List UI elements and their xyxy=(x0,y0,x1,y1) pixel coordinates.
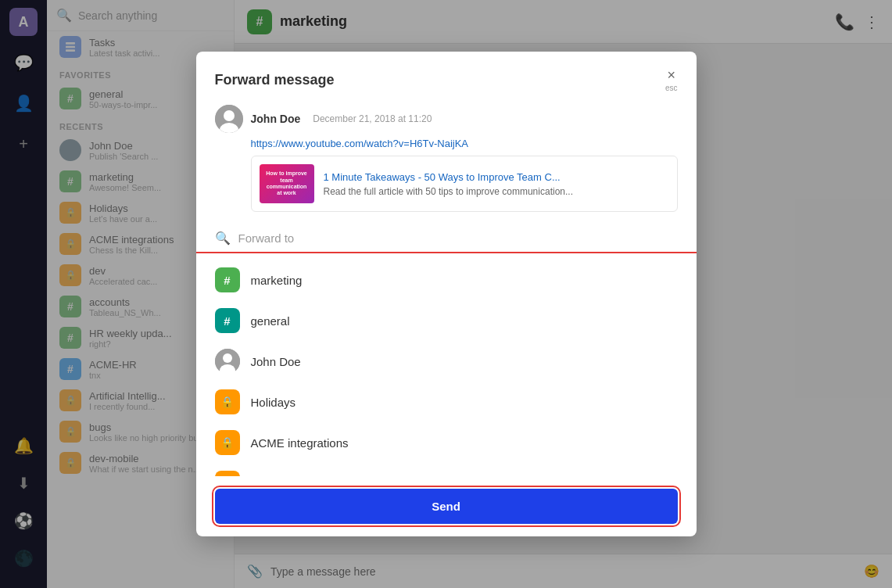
send-section: Send xyxy=(196,476,697,536)
message-link[interactable]: https://www.youtube.com/watch?v=H6Tv-Nai… xyxy=(251,138,678,149)
forward-general-icon: # xyxy=(215,308,240,333)
link-info: 1 Minute Takeaways - 50 Ways to Improve … xyxy=(324,171,573,197)
close-icon: × xyxy=(667,67,675,84)
svg-point-7 xyxy=(223,353,232,363)
forward-channel-list: # marketing # general John Doe 🔒 Holiday… xyxy=(196,253,697,476)
forward-search-icon: 🔍 xyxy=(215,231,231,246)
link-desc: Read the full article with 50 tips to im… xyxy=(324,186,573,197)
modal-close-button[interactable]: × esc xyxy=(665,67,678,92)
link-thumbnail: How to improve teamcommunication at work xyxy=(260,164,314,203)
send-button[interactable]: Send xyxy=(215,489,678,524)
forward-marketing-name: marketing xyxy=(251,274,303,287)
sender-row: John Doe December 21, 2018 at 11:20 xyxy=(215,105,678,133)
sender-avatar xyxy=(215,105,243,133)
sender-time: December 21, 2018 at 11:20 xyxy=(313,113,432,124)
forward-johndoe-icon xyxy=(215,349,240,374)
sender-name: John Doe xyxy=(251,113,301,125)
link-preview: How to improve teamcommunication at work… xyxy=(251,156,678,212)
forward-holidays-name: Holidays xyxy=(251,396,296,409)
modal-title: Forward message xyxy=(215,72,335,88)
forward-johndoe-name: John Doe xyxy=(251,355,301,368)
forward-acme-name: ACME integrations xyxy=(251,436,349,450)
modal-header: Forward message × esc xyxy=(196,52,697,105)
forward-search-section: 🔍 xyxy=(196,224,697,253)
esc-label: esc xyxy=(665,84,678,92)
svg-point-4 xyxy=(224,110,235,121)
forward-item-marketing[interactable]: # marketing xyxy=(196,260,697,300)
forward-general-name: general xyxy=(251,314,290,328)
forward-dev-icon: 🔒 xyxy=(215,471,240,476)
forward-holidays-icon: 🔒 xyxy=(215,389,240,414)
forward-item-acme-integrations[interactable]: 🔒 ACME integrations xyxy=(196,422,697,463)
forward-item-john-doe[interactable]: John Doe xyxy=(196,341,697,382)
forward-acme-icon: 🔒 xyxy=(215,430,240,455)
link-title: 1 Minute Takeaways - 50 Ways to Improve … xyxy=(324,171,573,183)
message-preview: John Doe December 21, 2018 at 11:20 http… xyxy=(196,105,697,224)
forward-item-dev[interactable]: 🔒 dev xyxy=(196,463,697,476)
modal-overlay: Forward message × esc John Doe December … xyxy=(0,0,892,588)
forward-item-general[interactable]: # general xyxy=(196,300,697,341)
forward-search-input[interactable] xyxy=(238,231,678,245)
forward-marketing-icon: # xyxy=(215,267,240,292)
forward-message-modal: Forward message × esc John Doe December … xyxy=(196,52,697,536)
forward-item-holidays[interactable]: 🔒 Holidays xyxy=(196,382,697,422)
